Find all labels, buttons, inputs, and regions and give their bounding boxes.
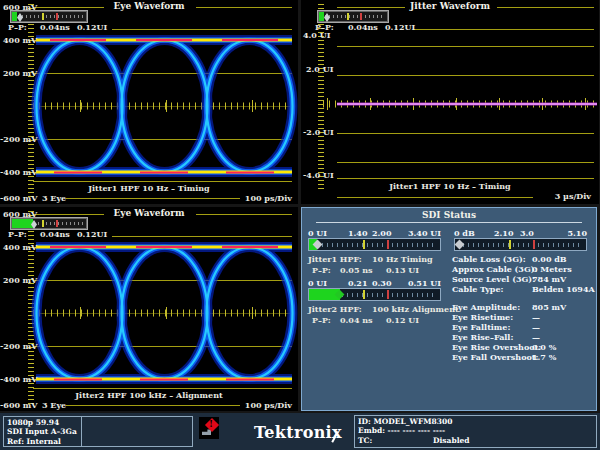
pp-ns-value: 0.05 ns [340, 265, 373, 275]
tektronix-logo: Tektronix [254, 423, 342, 442]
row-value: 1.7 % [532, 352, 556, 362]
scale-label: 0 dB [454, 228, 475, 238]
scale-label: 2.00 [372, 228, 391, 238]
meter-yellow-limit [42, 220, 44, 227]
row-label: Eye Fall Overshoot: [452, 352, 538, 362]
footer-filter-label: Jitter1 HPF 10 Hz – Timing [301, 181, 599, 191]
meter-ticks [321, 15, 385, 18]
meter-bar [454, 238, 587, 251]
meter-green-fill [12, 12, 17, 21]
meter-bar [308, 238, 441, 251]
pp-ui-value: 0.13 UI [386, 265, 419, 275]
sdi-status-tile[interactable]: SDI Status 0 UI 1.40 2.00 3.40 UI 0 dB 2 [301, 207, 597, 411]
pp-ui-value: 0.12UI [385, 22, 415, 32]
y-axis-label: 2.0 UI [306, 64, 333, 74]
scale-label: 0.30 [372, 278, 391, 288]
jitter2-value: 100 kHz Alignment [372, 304, 459, 314]
pp-ns-value: 0.04 ns [340, 315, 373, 325]
footer-filter-label: Jitter1 HPF 10 Hz – Timing [0, 183, 298, 193]
video-format: 1080p 59.94 [7, 418, 78, 427]
eye-waveform-tile-2[interactable]: Eye Waveform P–P: 0.04ns 0.12UI 600 mV 4… [0, 207, 298, 411]
y-axis-label: -400 mV [0, 374, 37, 384]
y-axis-label: 400 mV [3, 242, 37, 252]
pp-label: P–P: [312, 315, 331, 325]
eye-waveform-tile-1[interactable]: Eye Waveform P–P: 0.04ns 0.12UI 600 mV 4… [0, 0, 298, 204]
row-value: Belden 1694A [532, 284, 595, 294]
alarm-icon: ! [199, 417, 219, 439]
y-axis-label: -400 mV [0, 167, 37, 177]
meter-red-limit [387, 290, 389, 299]
footer-scale-label: 3 µs/Div [555, 191, 591, 201]
model-id: ID: MODEL_WFM8300 [358, 417, 593, 426]
footer-scale-label: 100 ps/Div [245, 193, 292, 203]
meter-yellow-limit [347, 13, 349, 20]
meter-bar [308, 288, 441, 301]
meter-green-fill [12, 219, 33, 228]
meter-red-limit [360, 13, 362, 20]
row-value: 0.0 % [532, 342, 556, 352]
y-axis-label: -4.0 UI [303, 170, 334, 180]
row-label: Eye Rise Overshoot: [452, 342, 541, 352]
meter-yellow-limit [363, 240, 365, 249]
footer-mode-label: 3 Eye [42, 193, 66, 203]
footer-mode-label: 3 Eye [42, 400, 66, 410]
row-label: Cable Type: [452, 284, 503, 294]
row-value: 0.00 dB [532, 254, 567, 264]
scale-label: 0 UI [308, 228, 327, 238]
title-divider [316, 222, 582, 223]
status-row: Cable Type:Belden 1694A [452, 284, 593, 294]
status-row: Cable Loss (3G):0.00 dB [452, 254, 593, 264]
jitter-plot [301, 0, 599, 204]
pp-ns-value: 0.04ns [348, 22, 378, 32]
jitter-waveform-tile[interactable]: Jitter Waveform P–P: 0.04ns 0.12UI 4.0 U… [301, 0, 599, 204]
meter-yellow-limit [509, 240, 511, 249]
status-bar: 1080p 59.94 SDI Input A–3Ga Ref: Interna… [0, 413, 600, 450]
meter-pointer-icon [455, 240, 465, 250]
scale-label: 2.10 [494, 228, 513, 238]
pp-ui-value: 0.12UI [77, 229, 107, 239]
tc-value: Disabled [433, 436, 470, 445]
row-label: Approx Cable (3G): [452, 264, 537, 274]
input-status-box: 1080p 59.94 SDI Input A–3Ga Ref: Interna… [3, 416, 82, 447]
y-axis-label: -600 mV [0, 400, 37, 410]
status-row: Eye Risetime:— [452, 312, 593, 322]
timecode-row: TC:Disabled [358, 436, 593, 445]
jitter2-name: Jitter2 HPF: [308, 304, 362, 314]
row-label: Eye Risetime: [452, 312, 513, 322]
row-label: Eye Rise–Fall: [452, 332, 513, 342]
row-value: — [532, 332, 540, 342]
scale-label: 0 UI [308, 278, 327, 288]
alarm-exclamation: ! [209, 419, 213, 429]
y-axis-label: 400 mV [3, 35, 37, 45]
row-value: 784 mV [532, 274, 566, 284]
wfm-screen: Eye Waveform P–P: 0.04ns 0.12UI 600 mV 4… [0, 0, 600, 450]
status-row: Eye Falltime:— [452, 322, 593, 332]
scale-label: 0.51 UI [408, 278, 441, 288]
embedded-audio: Embd: ---- ---- ---- ---- [358, 426, 593, 435]
scale-label: 1.40 [348, 228, 367, 238]
meter-red-limit [56, 220, 58, 227]
meter-ticks [14, 15, 84, 18]
meter-red-limit [56, 13, 58, 20]
footer-filter-label: Jitter2 HPF 100 kHz – Alignment [0, 390, 298, 400]
y-axis-label: -600 mV [0, 193, 37, 203]
status-row: Eye Rise Overshoot:0.0 % [452, 342, 593, 352]
pp-ui-value: 0.12UI [77, 22, 107, 32]
reference: Ref: Internal [7, 437, 78, 446]
empty-status-box [81, 416, 193, 447]
meter-yellow-limit [42, 13, 44, 20]
jitter1-value: 10 Hz Timing [372, 254, 433, 264]
row-label: Cable Loss (3G): [452, 254, 526, 264]
y-axis-label: 600 mV [3, 2, 37, 12]
status-row: Eye Rise–Fall:— [452, 332, 593, 342]
row-value: — [532, 312, 540, 322]
y-axis-label: 4.0 UI [303, 30, 330, 40]
status-row: Eye Fall Overshoot:1.7 % [452, 352, 593, 362]
meter-red-limit [387, 240, 389, 249]
meter-ticks [458, 243, 583, 247]
footer-scale-label: 100 ps/Div [245, 400, 292, 410]
y-axis-label: -200 mV [0, 134, 37, 144]
scale-label: 3.0 [520, 228, 534, 238]
row-value: 805 mV [532, 302, 566, 312]
row-label: Eye Falltime: [452, 322, 510, 332]
